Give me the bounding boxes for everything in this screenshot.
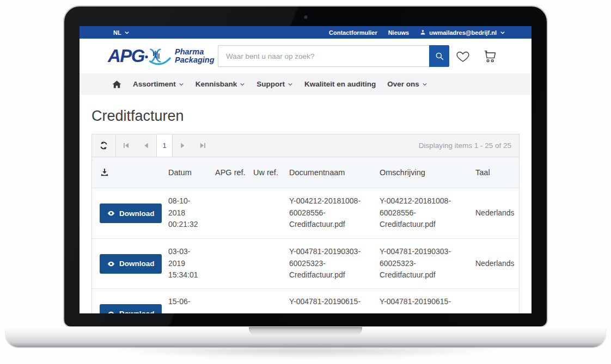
chevron-down-icon — [124, 30, 130, 35]
account-menu[interactable]: uwmailadres@bedrijf.nl — [420, 29, 505, 36]
nav-label: Support — [256, 80, 285, 88]
nav-item-over-ons[interactable]: Over ons — [387, 80, 427, 88]
documents-grid: 1 Displaying items 1 - 25 of 25 — [91, 134, 520, 313]
user-icon — [420, 29, 426, 35]
main-nav: Assortiment Kennisbank Support Kwaliteit… — [80, 73, 531, 95]
cell-uw-ref — [253, 239, 289, 288]
search-button[interactable] — [429, 45, 449, 67]
language-label: NL — [113, 29, 121, 36]
download-button[interactable]: Download — [100, 304, 162, 313]
chevron-down-icon — [500, 30, 505, 35]
chevron-down-icon — [422, 82, 427, 87]
column-header-omschrijving[interactable]: Omschrijving — [380, 168, 475, 177]
first-page-button[interactable] — [116, 134, 136, 157]
column-header-apg-ref[interactable]: APG ref. — [215, 168, 253, 177]
cell-documentnaam: Y-004212-20181008-60028556-Creditfactuur… — [289, 188, 380, 238]
chevron-down-icon — [240, 82, 245, 87]
next-page-icon — [179, 142, 186, 149]
cell-uw-ref — [253, 289, 289, 313]
cell-documentnaam: Y-004781-20190615- — [289, 289, 380, 313]
next-page-button[interactable] — [173, 134, 193, 157]
laptop-lid-notch — [249, 327, 362, 335]
table-body: Download 08-10-2018 00:21:32 Y-004212-20… — [92, 188, 519, 313]
search-input[interactable] — [218, 45, 429, 67]
logo[interactable]: APG Pharma Packaging — [108, 45, 217, 67]
last-page-icon — [199, 142, 206, 149]
contactformulier-link[interactable]: Contactformulier — [329, 29, 377, 36]
grid-toolbar: 1 Displaying items 1 - 25 of 25 — [92, 134, 519, 157]
eye-icon — [107, 310, 115, 313]
refresh-button[interactable] — [92, 134, 116, 157]
first-page-icon — [123, 142, 130, 149]
nieuws-link[interactable]: Nieuws — [388, 29, 410, 36]
cell-omschrijving: Y-004212-20181008-60028556-Creditfactuur… — [380, 188, 475, 238]
last-page-button[interactable] — [193, 134, 213, 157]
cell-datum: 15-06- — [168, 289, 215, 313]
laptop-reflection — [60, 348, 551, 362]
page-content: Creditfacturen — [80, 108, 531, 313]
column-header-documentnaam[interactable]: Documentnaam — [289, 168, 380, 177]
topbar-links: Contactformulier Nieuws uwmailadres@bedr… — [329, 29, 505, 36]
cell-taal: Nederlands — [475, 188, 519, 238]
top-utility-bar: NL Contactformulier Nieuws uwmailadres@b… — [80, 26, 531, 39]
column-header-taal[interactable]: Taal — [475, 168, 519, 177]
page-title: Creditfacturen — [91, 108, 520, 125]
logo-brand-text: APG — [108, 46, 144, 66]
site-header: APG Pharma Packaging — [80, 39, 531, 73]
nav-label: Kennisbank — [195, 80, 237, 88]
display-status: Displaying items 1 - 25 of 25 — [419, 134, 519, 157]
download-button[interactable]: Download — [100, 203, 162, 223]
cell-datum: 08-10-2018 00:21:32 — [168, 188, 215, 238]
cell-taal — [475, 289, 519, 313]
previous-page-button[interactable] — [136, 134, 156, 157]
column-header-datum[interactable]: Datum — [168, 168, 215, 177]
cart-icon[interactable] — [481, 48, 498, 64]
previous-page-icon — [143, 142, 150, 149]
table-row: Download 15-06- Y-004781-20190615- Y-004… — [92, 288, 519, 313]
cell-taal: Nederlands — [475, 239, 519, 288]
cell-apg-ref — [215, 289, 253, 313]
language-selector[interactable]: NL — [113, 29, 130, 36]
laptop-base — [5, 326, 606, 347]
column-header-uw-ref[interactable]: Uw ref. — [253, 168, 289, 177]
page-number[interactable]: 1 — [156, 134, 173, 157]
chevron-down-icon — [179, 82, 184, 87]
table-header-row: Datum APG ref. Uw ref. Documentnaam Omsc… — [92, 157, 519, 188]
download-button-label: Download — [119, 260, 155, 268]
nav-label: Kwaliteit en auditing — [304, 80, 376, 88]
cell-omschrijving: Y-004781-20190303-60025323-Creditfactuur… — [380, 239, 475, 288]
table-row: Download 08-10-2018 00:21:32 Y-004212-20… — [92, 188, 519, 238]
table-row: Download 03-03-2019 15:34:01 Y-004781-20… — [92, 238, 519, 288]
download-button-label: Download — [119, 310, 155, 313]
download-button-label: Download — [119, 209, 155, 218]
cell-datum: 03-03-2019 15:34:01 — [168, 239, 215, 288]
nav-item-kwaliteit-en-auditing[interactable]: Kwaliteit en auditing — [304, 80, 376, 88]
download-button[interactable]: Download — [100, 254, 162, 274]
header-icons — [455, 48, 498, 64]
logo-tagline-line1: Pharma — [175, 48, 215, 56]
home-icon[interactable] — [112, 80, 121, 89]
cell-documentnaam: Y-004781-20190303-60025323-Creditfactuur… — [289, 239, 380, 288]
logo-tagline: Pharma Packaging — [175, 48, 215, 64]
nav-item-kennisbank[interactable]: Kennisbank — [195, 80, 246, 88]
screen: NL Contactformulier Nieuws uwmailadres@b… — [80, 26, 531, 313]
laptop-lid: NL Contactformulier Nieuws uwmailadres@b… — [63, 5, 548, 328]
cell-apg-ref — [215, 188, 253, 238]
nav-label: Assortiment — [133, 80, 176, 88]
logo-tagline-line2: Packaging — [175, 56, 215, 64]
nav-label: Over ons — [387, 80, 419, 88]
cell-apg-ref — [215, 239, 253, 288]
eye-icon — [107, 260, 115, 268]
chevron-down-icon — [288, 82, 293, 87]
wishlist-heart-icon[interactable] — [455, 49, 471, 63]
nav-item-support[interactable]: Support — [256, 80, 293, 88]
dna-helix-icon — [144, 45, 173, 67]
eye-icon — [107, 209, 115, 218]
cell-uw-ref — [253, 188, 289, 238]
nav-item-assortiment[interactable]: Assortiment — [133, 80, 184, 88]
cell-omschrijving: Y-004781-20190615- — [380, 289, 475, 313]
search-icon — [435, 51, 444, 61]
webcam-icon — [304, 15, 308, 19]
laptop-mockup: NL Contactformulier Nieuws uwmailadres@b… — [0, 0, 611, 364]
download-column-icon — [100, 168, 109, 177]
